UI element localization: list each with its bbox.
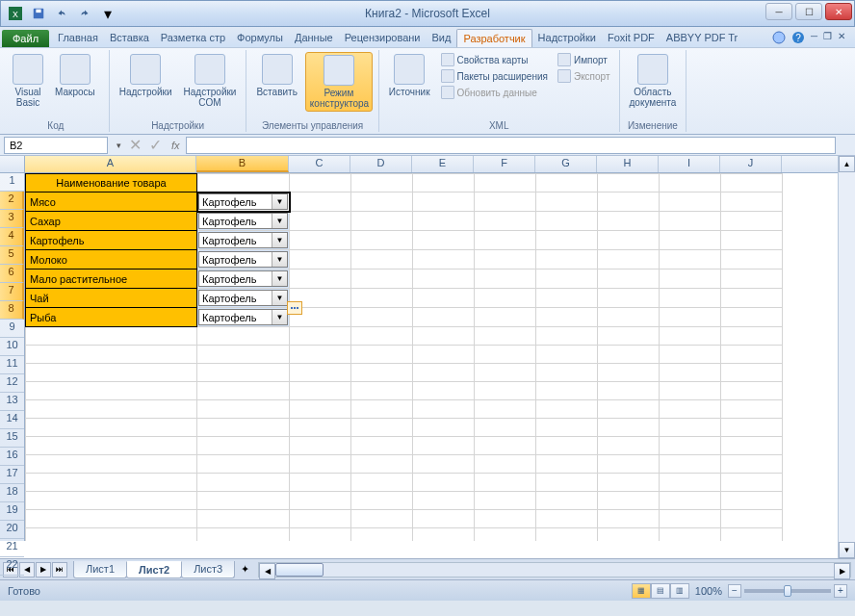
cell[interactable] xyxy=(598,174,660,192)
row-header[interactable]: 3 xyxy=(0,210,24,228)
combobox-control[interactable]: Картофель▼ xyxy=(198,232,288,248)
cell[interactable] xyxy=(351,510,413,528)
row-header[interactable]: 4 xyxy=(0,228,24,246)
cell[interactable] xyxy=(197,492,290,510)
row-header[interactable]: 2 xyxy=(0,192,24,210)
row-header[interactable]: 20 xyxy=(0,521,24,539)
cell[interactable] xyxy=(660,382,721,400)
cell[interactable] xyxy=(413,382,475,400)
cell[interactable] xyxy=(290,270,351,289)
cell[interactable]: Картофель▼ xyxy=(197,308,290,327)
cell[interactable] xyxy=(26,510,197,528)
cell[interactable] xyxy=(351,270,413,289)
cell[interactable]: Картофель▼ xyxy=(197,231,290,250)
cell[interactable] xyxy=(721,364,783,382)
ribbon-button[interactable]: Вставить xyxy=(252,52,300,99)
cell[interactable] xyxy=(598,289,660,308)
cell[interactable] xyxy=(598,270,660,289)
maximize-button[interactable]: ☐ xyxy=(795,3,822,20)
cell[interactable] xyxy=(598,212,660,231)
cell[interactable] xyxy=(536,212,598,231)
zoom-slider[interactable] xyxy=(744,589,831,593)
cell[interactable] xyxy=(536,400,598,419)
cell[interactable] xyxy=(721,192,783,212)
ribbon-tab[interactable]: Рецензировани xyxy=(339,29,427,47)
cell[interactable] xyxy=(721,474,783,492)
cell[interactable] xyxy=(351,346,413,364)
cell[interactable] xyxy=(197,400,290,419)
cell[interactable] xyxy=(413,250,475,270)
cell[interactable] xyxy=(475,327,536,346)
cell[interactable] xyxy=(475,192,536,212)
combobox-dropdown-icon[interactable]: ▼ xyxy=(272,291,287,305)
combobox-dropdown-icon[interactable]: ▼ xyxy=(272,194,287,209)
cell[interactable] xyxy=(721,400,783,419)
cell[interactable] xyxy=(536,382,598,400)
row-header[interactable]: 19 xyxy=(0,502,24,521)
cell[interactable] xyxy=(197,346,290,364)
cell[interactable] xyxy=(413,528,475,542)
doc-minimize-icon[interactable]: ─ xyxy=(811,31,817,44)
row-header[interactable]: 1 xyxy=(0,173,24,192)
scroll-right-icon[interactable]: ▶ xyxy=(834,563,850,579)
row-header[interactable]: 18 xyxy=(0,484,24,502)
cell[interactable]: Сахар xyxy=(26,212,197,231)
combobox-control[interactable]: Картофель▼ xyxy=(198,213,288,229)
minimize-ribbon-icon[interactable] xyxy=(772,31,786,44)
cell[interactable] xyxy=(536,231,598,250)
ribbon-small-button[interactable]: Пакеты расширения xyxy=(438,68,551,84)
cell[interactable] xyxy=(290,327,351,346)
cell[interactable]: Картофель▼ xyxy=(197,250,290,270)
cell[interactable] xyxy=(351,492,413,510)
zoom-in-button[interactable]: + xyxy=(834,584,847,598)
cell[interactable] xyxy=(290,437,351,455)
cell[interactable] xyxy=(475,270,536,289)
close-button[interactable]: ✕ xyxy=(825,3,852,20)
ribbon-button[interactable]: Источник xyxy=(385,52,434,99)
cell[interactable] xyxy=(26,437,197,455)
column-header[interactable]: C xyxy=(289,156,350,172)
row-header[interactable]: 16 xyxy=(0,448,24,466)
ribbon-tab[interactable]: Разработчик xyxy=(456,29,531,47)
cell[interactable] xyxy=(536,455,598,474)
cell[interactable] xyxy=(413,327,475,346)
cell[interactable] xyxy=(413,492,475,510)
cell[interactable] xyxy=(660,510,721,528)
cell[interactable] xyxy=(660,174,721,192)
ribbon-tab[interactable]: Данные xyxy=(289,29,339,47)
select-all-corner[interactable] xyxy=(0,156,25,173)
cell[interactable] xyxy=(351,382,413,400)
ribbon-tab[interactable]: Главная xyxy=(52,29,104,47)
cell[interactable] xyxy=(351,308,413,327)
view-normal-icon[interactable]: ▦ xyxy=(632,583,651,599)
cell[interactable] xyxy=(598,400,660,419)
cell[interactable]: Мясо xyxy=(26,192,197,212)
row-header[interactable]: 9 xyxy=(0,320,24,338)
cell[interactable] xyxy=(536,174,598,192)
cell[interactable] xyxy=(290,492,351,510)
cell[interactable] xyxy=(721,174,783,192)
cell[interactable] xyxy=(413,192,475,212)
cell[interactable] xyxy=(598,492,660,510)
row-header[interactable]: 11 xyxy=(0,356,24,374)
ribbon-tab[interactable]: Формулы xyxy=(231,29,289,47)
cell[interactable] xyxy=(290,455,351,474)
row-header[interactable]: 15 xyxy=(0,429,24,448)
ribbon-tab[interactable]: ABBYY PDF Tr xyxy=(661,29,743,47)
qat-customize-icon[interactable]: ▾ xyxy=(97,3,118,24)
cell[interactable] xyxy=(413,419,475,437)
cell[interactable] xyxy=(351,231,413,250)
cell[interactable] xyxy=(475,492,536,510)
cell[interactable] xyxy=(598,346,660,364)
cell[interactable] xyxy=(351,327,413,346)
row-header[interactable]: 7 xyxy=(0,283,24,301)
column-header[interactable]: B xyxy=(196,156,289,172)
column-header[interactable]: G xyxy=(535,156,597,172)
fx-button[interactable]: fx xyxy=(166,140,186,151)
cell[interactable] xyxy=(598,455,660,474)
cell[interactable]: Чай xyxy=(26,289,197,308)
row-header[interactable]: 13 xyxy=(0,393,24,411)
cell[interactable] xyxy=(26,382,197,400)
ribbon-small-button[interactable]: Свойства карты xyxy=(438,52,551,67)
cell[interactable] xyxy=(475,528,536,542)
